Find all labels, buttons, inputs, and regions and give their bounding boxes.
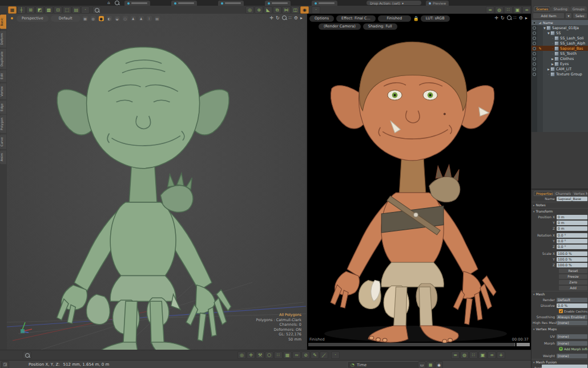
shaded-mode-icon[interactable]: ◍ <box>91 16 96 21</box>
search-icon[interactable] <box>114 1 119 5</box>
dissolve-field[interactable]: 0.0 % <box>557 303 587 308</box>
section-mesh-fusion[interactable]: ▾Mesh Fusion <box>531 359 588 365</box>
item-name-field[interactable]: Sapseal_Base <box>557 197 587 201</box>
wireframe-mode-icon[interactable]: ▦ <box>83 16 88 21</box>
select-tool-icon[interactable]: ▦ <box>8 6 17 14</box>
tab-edit[interactable]: Edit <box>0 70 6 82</box>
mesh-tool-icon[interactable]: ▤ <box>72 6 80 14</box>
lasso-tool-icon[interactable]: ⬚ <box>63 6 71 14</box>
smoothing-dropdown[interactable]: Always Enabled <box>557 315 587 319</box>
visibility-eye-icon[interactable] <box>531 31 537 35</box>
section-transform[interactable]: ▾Transform <box>531 208 588 214</box>
view-type-dropdown[interactable]: Perspective <box>17 15 49 22</box>
film-icon[interactable]: ▭ <box>418 361 426 368</box>
link-icon[interactable]: ∞ <box>522 6 531 14</box>
zoom-view-icon[interactable] <box>507 15 512 21</box>
view-style-dropdown[interactable]: Default <box>51 15 80 22</box>
tab-vertex[interactable]: Vertex <box>0 83 6 99</box>
element-tool-icon[interactable]: · <box>81 6 90 14</box>
layer-visibility-icon[interactable]: ▤ <box>155 16 160 21</box>
view-dots-icon[interactable]: ∷ <box>514 15 517 21</box>
visibility-eye-icon[interactable] <box>531 42 537 45</box>
reset-button[interactable]: Reset <box>559 269 587 273</box>
image-icon[interactable]: ▣ <box>478 351 487 359</box>
tab-scenes[interactable]: Scenes <box>534 6 550 11</box>
tree-row-scene[interactable]: ▼ Sapseal_018Ja <box>531 25 588 30</box>
visibility-eye-icon[interactable] <box>531 26 537 30</box>
add-button[interactable]: Add <box>559 286 587 290</box>
zoom-view-icon[interactable] <box>282 15 287 21</box>
tree-row-folder[interactable]: ▶ Eyes <box>531 61 588 66</box>
slash-icon[interactable]: ／ <box>320 351 328 359</box>
position-x-field[interactable]: 0 m <box>557 215 587 219</box>
rotation-y-field[interactable]: 0.0 ° <box>557 239 587 243</box>
scale-y-field[interactable]: 100.0 % <box>557 257 587 262</box>
tree-row-mesh[interactable]: · SS_Lash_Soli <box>531 35 588 41</box>
morph-dropdown[interactable]: (none) <box>557 341 587 346</box>
uv-dropdown[interactable]: (none) <box>557 334 587 339</box>
visibility-eye-icon[interactable] <box>531 47 537 50</box>
freeze-button[interactable]: Freeze <box>559 274 587 279</box>
more-options-icon[interactable]: · <box>312 6 320 14</box>
render-preview-viewport[interactable]: Options Effect: Final C... Finished 🔒 LU… <box>307 14 531 350</box>
select-button[interactable]: Selec <box>573 13 587 19</box>
shading-dropdown[interactable]: Shading: Full <box>363 23 397 30</box>
time-tool-pill[interactable]: ◔ Time <box>347 361 421 368</box>
pan-view-icon[interactable]: ✛ <box>269 15 273 21</box>
section-mesh[interactable]: ▾Mesh <box>531 291 588 297</box>
zero-button[interactable]: Zero <box>559 280 587 285</box>
visibility-eye-icon[interactable] <box>531 62 537 66</box>
texture-mode-icon[interactable]: ◐ <box>107 16 112 21</box>
symmetry-icon[interactable]: ⋈ <box>282 6 291 14</box>
visibility-eye-icon[interactable] <box>531 37 537 40</box>
layout-tab[interactable] <box>265 1 291 6</box>
weight-dropdown[interactable]: (none) <box>557 354 587 358</box>
render-dropdown[interactable]: Default <box>557 298 587 302</box>
vertex-dots-icon[interactable]: ∷ <box>469 351 478 359</box>
effect-dropdown[interactable]: Effect: Final C... <box>336 15 376 22</box>
handles-icon[interactable]: ✛ <box>247 351 255 359</box>
high-res-mesh-dropdown[interactable]: (none) <box>557 321 587 325</box>
tree-row-mesh[interactable]: · SS_Teeth <box>531 51 588 56</box>
tab-deform[interactable]: Deform <box>0 30 6 47</box>
tree-row-folder[interactable]: ▶ CAM_LIT <box>531 66 588 71</box>
rotation-z-field[interactable]: 0.0 ° <box>557 245 587 249</box>
tree-row-mesh-selected[interactable]: ✎ · Sapseal_Bas <box>531 46 588 51</box>
add-item-button[interactable]: Add Item <box>533 13 565 19</box>
status-corner-icon[interactable]: ◲ <box>1 361 9 368</box>
action-center-icon[interactable]: ⊕ <box>255 6 263 14</box>
add-morph-button[interactable]: Add Morph Influence <box>564 347 587 351</box>
tree-row-group[interactable]: ▼ SS <box>531 30 588 35</box>
layout-tab[interactable] <box>312 1 337 6</box>
visibility-eye-icon[interactable] <box>531 67 537 71</box>
tab-vertex-map[interactable]: Vertex Map <box>571 191 587 196</box>
rotate-tool-icon[interactable]: ◩ <box>35 6 44 14</box>
tab-channels[interactable]: Channels <box>553 191 571 196</box>
enable-caching-checkbox[interactable]: ✔ <box>559 309 563 313</box>
constraint-icon[interactable]: ◫ <box>291 6 300 14</box>
tool-pipe-icon[interactable]: ⚒ <box>256 351 264 359</box>
rotation-x-field[interactable]: 0.0 ° <box>557 233 587 238</box>
tab-properties[interactable]: Properties <box>534 191 553 196</box>
item-list-icon[interactable]: ≡ <box>451 351 460 359</box>
zoom-tool-icon[interactable] <box>92 6 101 14</box>
add-icon[interactable]: + <box>497 351 505 359</box>
tab-anim[interactable]: Anim <box>0 150 6 164</box>
lock-icon[interactable]: 🔒 <box>413 16 418 21</box>
view-settings-gear-icon[interactable]: ⚙ <box>294 15 298 21</box>
view-settings-gear-icon[interactable]: ⚙ <box>519 15 523 21</box>
snap-toggle-icon[interactable]: ◎ <box>237 351 246 359</box>
visibility-eye-icon[interactable] <box>531 52 537 55</box>
pan-view-icon[interactable]: ✛ <box>494 15 498 21</box>
solo-item-icon[interactable]: ♟ <box>131 16 136 21</box>
tree-row-folder[interactable]: ▶ Clothes <box>531 56 588 61</box>
tab-basic[interactable]: Basic <box>0 15 6 29</box>
item-list-icon[interactable]: ≡ <box>486 6 494 14</box>
workplane-icon[interactable]: ⬡ <box>265 351 273 359</box>
rotate-view-icon[interactable]: ↻ <box>276 15 280 21</box>
bevel-tool-icon[interactable]: ▩ <box>45 6 53 14</box>
finished-button[interactable]: Finished <box>378 15 411 22</box>
audio-icon[interactable]: ◉ <box>435 361 443 368</box>
layout-tab[interactable] <box>124 1 150 6</box>
reflection-mode-icon[interactable]: ◒ <box>115 16 120 21</box>
